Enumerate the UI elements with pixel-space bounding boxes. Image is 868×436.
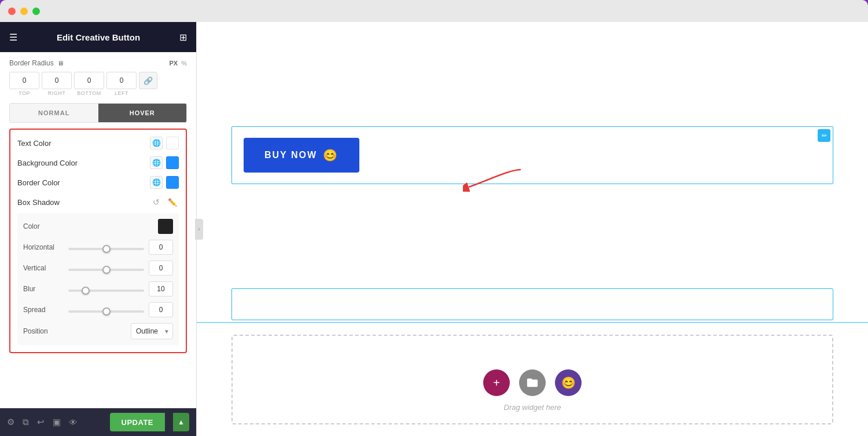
border-color-label: Border Color <box>17 178 60 187</box>
bg-color-global-icon[interactable]: 🌐 <box>150 156 163 169</box>
box-shadow-label: Box Shadow <box>17 198 60 207</box>
label-left: LEFT <box>106 90 137 96</box>
border-radius-section: Border Radius 🖥 PX % 0 0 0 0 🔗 TO <box>9 59 187 96</box>
shadow-blur-row: Blur 10 <box>23 281 173 296</box>
separator-line <box>197 322 868 323</box>
shadow-color-swatch[interactable] <box>158 219 173 234</box>
link-dimensions-button[interactable]: 🔗 <box>139 72 157 89</box>
shadow-vertical-slider[interactable] <box>68 269 144 271</box>
buy-now-emoji: 😊 <box>323 148 339 162</box>
hover-styles-section: Text Color 🌐 Background Color 🌐 <box>9 129 187 353</box>
border-color-row: Border Color 🌐 <box>17 176 179 189</box>
border-color-global-icon[interactable]: 🌐 <box>150 176 163 189</box>
label-top: TOP <box>9 90 39 96</box>
shadow-vertical-slider-container <box>68 263 144 273</box>
add-widget-icon[interactable]: + <box>483 369 510 396</box>
box-shadow-reset-icon[interactable]: ↺ <box>150 196 163 208</box>
eye-icon[interactable]: 👁 <box>69 417 78 427</box>
hamburger-icon[interactable]: ☰ <box>9 32 17 43</box>
monitor-icon: 🖥 <box>57 60 64 67</box>
update-arrow-button[interactable]: ▲ <box>173 413 189 431</box>
shadow-blur-input[interactable]: 10 <box>149 281 173 296</box>
red-arrow <box>463 164 532 201</box>
layers-icon[interactable]: ⧉ <box>23 417 29 427</box>
shadow-horizontal-input[interactable]: 0 <box>149 240 173 255</box>
buy-now-button[interactable]: BUY NOW 😊 <box>244 138 359 173</box>
label-bottom: BOTTOM <box>74 90 104 96</box>
sidebar-toolbar: ⚙ ⧉ ↩ ▣ 👁 UPDATE ▲ <box>0 408 196 436</box>
shadow-subsection: Color Horizontal 0 Vertical <box>17 213 179 345</box>
border-color-swatch[interactable] <box>166 176 179 189</box>
shadow-blur-slider[interactable] <box>68 290 144 292</box>
unit-switcher: PX % <box>170 60 187 67</box>
window-chrome <box>0 0 868 22</box>
state-toggle: NORMAL HOVER <box>9 103 187 123</box>
canvas-content: ✏ BUY NOW 😊 <box>197 22 868 436</box>
shadow-spread-slider-container <box>68 305 144 315</box>
shadow-horizontal-slider[interactable] <box>68 248 144 250</box>
border-radius-bottom[interactable]: 0 <box>74 72 104 89</box>
shadow-spread-row: Spread 0 <box>23 302 173 317</box>
shadow-blur-slider-container <box>68 284 144 294</box>
main-area: ☰ Edit Creative Button ⊞ Border Radius 🖥… <box>0 22 868 436</box>
shadow-color-label: Color <box>23 222 64 230</box>
canvas-area: ✏ BUY NOW 😊 <box>197 22 868 436</box>
unit-percent[interactable]: % <box>181 60 187 67</box>
position-select-wrapper: Outline Inset ▼ <box>131 323 173 339</box>
text-color-controls: 🌐 <box>150 137 179 149</box>
unit-px[interactable]: PX <box>170 60 178 67</box>
traffic-light-minimize[interactable] <box>20 8 28 15</box>
collapse-handle[interactable]: ‹ <box>195 219 203 240</box>
sidebar-title: Edit Creative Button <box>57 32 140 42</box>
shadow-horizontal-label: Horizontal <box>23 243 64 251</box>
update-button[interactable]: UPDATE <box>110 413 165 431</box>
shadow-horizontal-row: Horizontal 0 <box>23 240 173 255</box>
grid-icon[interactable]: ⊞ <box>179 32 187 43</box>
text-color-row: Text Color 🌐 <box>17 137 179 149</box>
box-shadow-edit-icon[interactable]: ✏️ <box>166 196 179 208</box>
traffic-light-maximize[interactable] <box>32 8 40 15</box>
bg-color-label: Background Color <box>17 159 78 167</box>
buy-now-text: BUY NOW <box>264 150 317 160</box>
second-widget-row <box>231 288 833 320</box>
box-shadow-controls: ↺ ✏️ <box>150 196 179 208</box>
text-color-swatch[interactable] <box>166 137 179 149</box>
sidebar-content: Border Radius 🖥 PX % 0 0 0 0 🔗 TO <box>0 52 196 408</box>
shadow-vertical-input[interactable]: 0 <box>149 261 173 276</box>
shadow-spread-label: Spread <box>23 306 64 314</box>
shadow-position-label: Position <box>23 327 64 335</box>
bg-color-swatch[interactable] <box>166 156 179 169</box>
border-radius-top[interactable]: 0 <box>9 72 39 89</box>
border-radius-label: Border Radius 🖥 <box>9 59 64 67</box>
widget-emoji-icon[interactable]: 😊 <box>555 369 582 396</box>
shadow-vertical-row: Vertical 0 <box>23 261 173 276</box>
state-normal-button[interactable]: NORMAL <box>10 104 98 122</box>
drop-zone-icons: + 😊 <box>483 369 582 396</box>
shadow-position-row: Position Outline Inset ▼ <box>23 323 173 339</box>
label-right: RIGHT <box>42 90 72 96</box>
shadow-spread-slider[interactable] <box>68 310 144 313</box>
input-labels: TOP RIGHT BOTTOM LEFT <box>9 90 187 96</box>
state-hover-button[interactable]: HOVER <box>98 104 187 122</box>
folder-icon[interactable] <box>519 369 546 396</box>
border-radius-left[interactable]: 0 <box>106 72 137 89</box>
shadow-blur-label: Blur <box>23 285 64 293</box>
bg-color-controls: 🌐 <box>150 156 179 169</box>
drag-widget-label: Drag widget here <box>504 403 561 412</box>
drop-zone[interactable]: + 😊 Drag widget here <box>231 335 833 424</box>
bg-color-row: Background Color 🌐 <box>17 156 179 169</box>
responsive-icon[interactable]: ▣ <box>53 417 61 427</box>
shadow-vertical-label: Vertical <box>23 264 64 272</box>
border-color-controls: 🌐 <box>150 176 179 189</box>
shadow-position-select[interactable]: Outline Inset <box>131 323 173 339</box>
shadow-spread-input[interactable]: 0 <box>149 302 173 317</box>
text-color-global-icon[interactable]: 🌐 <box>150 137 163 149</box>
border-radius-label-row: Border Radius 🖥 PX % <box>9 59 187 67</box>
undo-icon[interactable]: ↩ <box>37 417 45 427</box>
traffic-light-close[interactable] <box>8 8 16 15</box>
shadow-horizontal-slider-container <box>68 242 144 252</box>
edit-corner-button[interactable]: ✏ <box>818 129 830 142</box>
shadow-color-row: Color <box>23 219 173 234</box>
border-radius-right[interactable]: 0 <box>42 72 72 89</box>
settings-icon[interactable]: ⚙ <box>7 417 14 427</box>
